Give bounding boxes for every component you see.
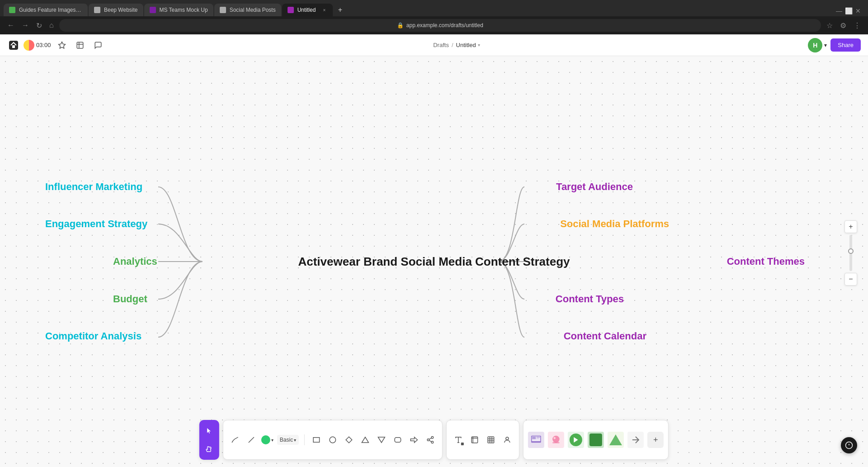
menu-icon[interactable]: ⋮: [852, 19, 863, 32]
sticker-6[interactable]: [627, 432, 644, 448]
window-minimize[interactable]: —: [836, 7, 842, 14]
address-text: app.example.com/drafts/untitled: [406, 22, 483, 29]
mindmap-node-budget[interactable]: Budget: [113, 293, 147, 305]
tab-title-untitled: Untitled: [297, 7, 316, 13]
mindmap-node-content-themes[interactable]: Content Themes: [727, 256, 805, 267]
color-dot: [261, 435, 270, 444]
ssl-icon: 🔒: [397, 22, 404, 29]
tab-social[interactable]: Social Media Posts: [214, 4, 281, 16]
svg-point-16: [427, 439, 429, 441]
rect-shape-tool[interactable]: [310, 434, 323, 446]
svg-point-37: [552, 436, 560, 443]
user-avatar-area[interactable]: H ▾: [808, 38, 827, 52]
back-icon[interactable]: ←: [5, 19, 16, 31]
zoom-track[interactable]: [849, 235, 852, 271]
forward-icon[interactable]: →: [20, 19, 31, 31]
new-tab-button[interactable]: +: [334, 4, 346, 16]
svg-line-18: [429, 440, 432, 442]
tab-favicon-untitled: [288, 7, 294, 13]
svg-marker-6: [207, 428, 211, 434]
tab-guides[interactable]: Guides Feature Images 2024: [4, 4, 88, 16]
table-tool[interactable]: [485, 434, 497, 446]
mindmap-node-engagement[interactable]: Engagement Strategy: [45, 218, 147, 230]
breadcrumb-chevron-icon: ▾: [478, 43, 480, 48]
frame-shape-tool[interactable]: [468, 434, 481, 446]
toolbar-shape-panel: ▾ Basic ▾: [223, 420, 443, 460]
timer-icon: [24, 40, 34, 51]
color-chevron-icon: ▾: [271, 438, 274, 443]
tab-favicon-msteams: [150, 7, 156, 13]
line-tool[interactable]: [245, 434, 258, 446]
frame-icon[interactable]: [73, 38, 87, 52]
mindmap-node-analytics[interactable]: Analytics: [113, 256, 157, 267]
svg-point-15: [431, 437, 434, 439]
person-tool[interactable]: [501, 434, 514, 446]
reload-icon[interactable]: ↻: [34, 19, 44, 32]
circle-shape-tool[interactable]: [326, 434, 339, 446]
mindmap-node-target[interactable]: Target Audience: [556, 181, 633, 193]
svg-marker-2: [58, 42, 65, 48]
breadcrumb-separator: /: [452, 42, 453, 48]
mindmap-node-content-calendar[interactable]: Content Calendar: [564, 330, 646, 342]
tab-favicon-social: [220, 7, 226, 13]
browser-toolbar: ← → ↻ ⌂ 🔒 app.example.com/drafts/untitle…: [0, 16, 868, 34]
avatar-chevron-icon: ▾: [824, 42, 827, 48]
mindmap-node-influencer[interactable]: Influencer Marketing: [45, 181, 142, 193]
zoom-thumb: [848, 248, 854, 254]
svg-line-19: [429, 438, 432, 439]
svg-point-29: [506, 437, 509, 440]
canvas-area: Activewear Brand Social Media Content St…: [0, 56, 868, 467]
text-tool-dot: [461, 443, 464, 445]
svg-rect-21: [472, 437, 478, 443]
triangle-up-shape-tool[interactable]: [359, 434, 372, 446]
connect-shape-tool[interactable]: [424, 434, 437, 446]
style-dropdown[interactable]: Basic ▾: [277, 435, 299, 445]
zoom-out-button[interactable]: −: [844, 273, 857, 286]
tab-beep[interactable]: Beep Website: [89, 4, 143, 16]
curve-tool[interactable]: [229, 434, 241, 446]
sticker-2[interactable]: [548, 432, 564, 448]
share-button[interactable]: Share: [830, 38, 861, 52]
rounded-rect-shape-tool[interactable]: [392, 434, 404, 446]
sticker-1[interactable]: [528, 432, 544, 448]
extensions-icon[interactable]: ⚙: [838, 19, 848, 32]
add-sticker-button[interactable]: +: [647, 432, 664, 448]
sticker-4[interactable]: [588, 432, 604, 448]
bookmarks-icon[interactable]: ☆: [825, 19, 835, 32]
diamond-shape-tool[interactable]: [343, 434, 355, 446]
tab-close-untitled[interactable]: ×: [321, 7, 327, 13]
mindmap-node-competitor[interactable]: Competitor Analysis: [45, 330, 142, 342]
color-picker[interactable]: ▾: [261, 435, 274, 444]
window-close[interactable]: ✕: [855, 7, 861, 14]
stickers-panel: +: [523, 420, 669, 460]
select-tool[interactable]: [203, 424, 216, 437]
mindmap-node-social-platforms[interactable]: Social Media Platforms: [560, 218, 669, 230]
mindmap-node-content-types[interactable]: Content Types: [556, 293, 624, 305]
home-icon[interactable]: ⌂: [47, 19, 56, 31]
triangle-down-shape-tool[interactable]: [375, 434, 388, 446]
arrow-shape-tool[interactable]: [408, 434, 420, 446]
mindmap-container: Activewear Brand Social Media Content St…: [0, 56, 868, 467]
chat-icon[interactable]: [91, 38, 105, 52]
app-logo[interactable]: [7, 39, 20, 52]
toolbar-right-actions: H ▾ Share: [808, 38, 861, 52]
app-toolbar: 03:00: [0, 34, 868, 56]
hand-tool[interactable]: [203, 443, 216, 455]
window-restore[interactable]: ⬜: [845, 7, 853, 14]
tab-untitled[interactable]: Untitled ×: [282, 4, 333, 16]
bottom-toolbar: ▾ Basic ▾: [199, 420, 669, 460]
zoom-in-button[interactable]: +: [844, 220, 857, 233]
breadcrumb-parent[interactable]: Drafts: [433, 42, 449, 48]
breadcrumb-current[interactable]: Untitled ▾: [456, 42, 480, 48]
mindmap-center-node[interactable]: Activewear Brand Social Media Content St…: [298, 255, 570, 269]
svg-point-9: [330, 437, 336, 443]
sticker-3[interactable]: [568, 432, 584, 448]
tab-favicon-guides: [9, 7, 15, 13]
svg-line-7: [249, 437, 254, 443]
sticker-5[interactable]: [608, 432, 624, 448]
address-bar[interactable]: 🔒 app.example.com/drafts/untitled: [59, 19, 821, 32]
tab-msteams[interactable]: MS Teams Mock Up: [144, 4, 213, 16]
ai-assistant-button[interactable]: [841, 437, 857, 453]
magic-icon[interactable]: [55, 38, 69, 52]
text-tool[interactable]: [452, 434, 465, 446]
